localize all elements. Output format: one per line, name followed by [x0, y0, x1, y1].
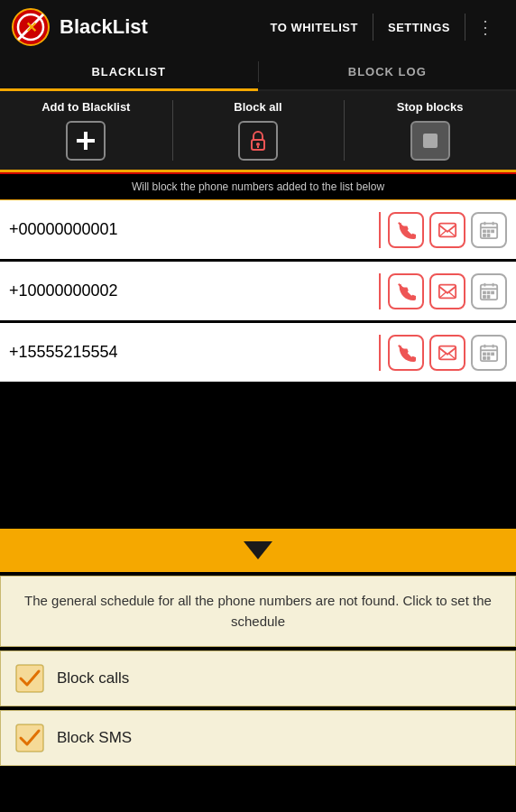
phone-icon	[396, 343, 416, 363]
envelope-icon	[438, 343, 457, 363]
svg-line-38	[439, 353, 446, 358]
sms-block-button[interactable]	[429, 212, 465, 248]
svg-rect-45	[487, 353, 490, 355]
svg-text:✕: ✕	[25, 20, 37, 35]
schedule-button[interactable]	[471, 273, 507, 309]
block-sms-label: Block SMS	[57, 729, 132, 747]
envelope-icon	[438, 281, 457, 301]
svg-rect-47	[484, 356, 486, 359]
svg-rect-19	[487, 230, 490, 233]
schedule-notice-text: The general schedule for all the phone n…	[24, 593, 492, 629]
phone-actions	[388, 212, 507, 248]
schedule-toggle-button[interactable]	[0, 529, 516, 572]
svg-rect-5	[77, 139, 95, 143]
add-icon-box	[66, 121, 106, 161]
plus-icon	[74, 129, 97, 152]
svg-rect-46	[492, 353, 494, 355]
app-header: ✕ BlackList TO WHITELIST SETTINGS ⋮	[0, 0, 516, 54]
svg-rect-33	[492, 291, 494, 294]
svg-line-39	[449, 353, 456, 358]
phone-row: +10000000002	[0, 262, 516, 323]
block-all-button[interactable]: Block all	[172, 91, 345, 170]
phone-icon	[396, 220, 416, 240]
phone-row: +00000000001	[0, 200, 516, 262]
block-calls-option[interactable]: Block calls	[0, 651, 516, 706]
phone-actions	[388, 335, 507, 371]
phone-number: +10000000002	[9, 281, 372, 300]
block-sms-checkbox-icon	[15, 724, 44, 752]
phone-list: +00000000001	[0, 200, 516, 384]
schedule-button[interactable]	[471, 212, 507, 248]
svg-rect-48	[487, 356, 490, 359]
svg-line-12	[439, 230, 446, 235]
row-divider	[379, 335, 381, 371]
svg-rect-22	[487, 234, 490, 236]
block-calls-label: Block calls	[57, 669, 129, 687]
calendar-icon	[479, 220, 499, 240]
lock-icon	[246, 129, 270, 152]
settings-button[interactable]: SETTINGS	[375, 15, 463, 40]
svg-line-13	[449, 230, 456, 235]
phone-icon	[396, 281, 416, 301]
phone-row: +15555215554	[0, 323, 516, 384]
svg-rect-21	[484, 234, 486, 236]
chevron-down-icon	[244, 541, 272, 559]
calendar-icon	[479, 343, 499, 363]
svg-rect-34	[484, 295, 486, 298]
schedule-notice[interactable]: The general schedule for all the phone n…	[0, 576, 516, 647]
info-text: Will block the phone numbers added to th…	[132, 180, 384, 193]
svg-rect-31	[484, 291, 486, 294]
stop-blocks-button[interactable]: Stop blocks	[344, 91, 516, 170]
action-bar: Add to Blacklist Block all Stop blocks	[0, 91, 516, 172]
sms-block-button[interactable]	[429, 273, 465, 309]
app-title: BlackList	[60, 15, 258, 39]
header-divider-1	[373, 14, 373, 41]
call-block-button[interactable]	[388, 273, 424, 309]
schedule-button[interactable]	[471, 335, 507, 371]
info-bar: Will block the phone numbers added to th…	[0, 172, 516, 200]
row-divider	[379, 273, 381, 309]
phone-actions	[388, 273, 507, 309]
stop-icon-box	[410, 121, 450, 161]
lock-icon-box	[238, 121, 278, 161]
call-block-button[interactable]	[388, 335, 424, 371]
stop-icon	[419, 129, 442, 152]
svg-rect-20	[492, 230, 494, 233]
phone-number: +15555215554	[9, 343, 372, 362]
call-block-button[interactable]	[388, 212, 424, 248]
svg-rect-32	[487, 291, 490, 294]
tab-bar: BLACKLIST BLOCK LOG	[0, 54, 516, 91]
empty-area	[0, 384, 516, 529]
tab-block-log[interactable]: BLOCK LOG	[259, 54, 517, 89]
envelope-icon	[438, 220, 457, 240]
add-label: Add to Blacklist	[41, 100, 130, 114]
svg-line-26	[449, 291, 456, 297]
tab-blacklist[interactable]: BLACKLIST	[0, 54, 258, 89]
row-divider	[379, 212, 381, 248]
block-label: Block all	[234, 100, 281, 114]
sms-block-button[interactable]	[429, 335, 465, 371]
block-sms-option[interactable]: Block SMS	[0, 710, 516, 766]
app-logo-icon: ✕	[11, 7, 51, 47]
calendar-icon	[479, 281, 499, 301]
svg-rect-35	[487, 295, 490, 298]
block-calls-checkbox-icon	[15, 664, 44, 693]
stop-label: Stop blocks	[397, 100, 464, 114]
svg-line-25	[439, 291, 446, 297]
header-divider-2	[465, 14, 465, 41]
svg-rect-44	[484, 353, 486, 355]
svg-rect-18	[484, 230, 486, 233]
to-whitelist-button[interactable]: TO WHITELIST	[258, 15, 371, 40]
svg-point-7	[256, 143, 260, 146]
add-to-blacklist-button[interactable]: Add to Blacklist	[0, 91, 172, 170]
svg-rect-9	[423, 134, 438, 148]
phone-number: +00000000001	[9, 220, 372, 239]
more-menu-icon[interactable]: ⋮	[467, 11, 505, 43]
